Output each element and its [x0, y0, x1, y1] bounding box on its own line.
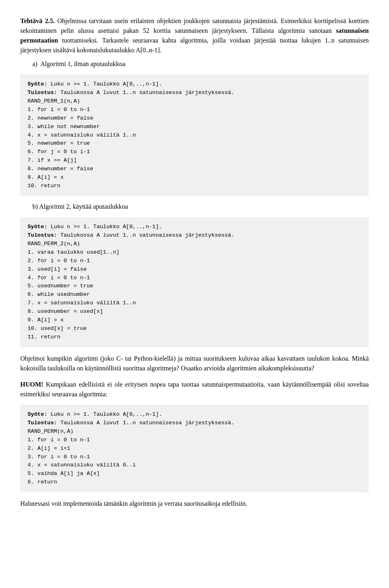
section-b-label: b) Algoritmi 2, käyttää aputaulukkoa [32, 202, 369, 212]
section-a-label: a) Algoritmi 1, ilman aputaulukkoa [32, 59, 369, 69]
code-line: 1. for i = 0 to n-1 [28, 106, 361, 114]
code-c-tulostus: Tulostus: Taulukossa A luvut 1..n satunn… [28, 419, 361, 428]
code-line: 8. newnumber = false [28, 165, 361, 173]
code-line: 3. used[i] = false [28, 265, 361, 274]
code-line: RAND_PERM_2(n,A) [28, 240, 361, 248]
code-c-syote-label: Syöte: [28, 411, 47, 417]
code-a-syote-text: Luku n >= 1. Taulukko A[0,..,n-1]. [47, 81, 162, 87]
code-line: 10. return [28, 182, 361, 190]
code-b-tulostus-label: Tulostus: [28, 232, 57, 238]
code-line: 6. for j = 0 to i-1 [28, 148, 361, 156]
huom-paragraph: HUOM! Kumpikaan edellisistä ei ole erity… [20, 380, 369, 399]
code-line: 5. newnumber = true [28, 139, 361, 148]
code-a-tulostus: Tulostus: Taulukossa A luvut 1..n satunn… [28, 89, 361, 97]
bottom-paragraph: Halutessasi voit implementoida tämänkin … [20, 499, 369, 509]
code-line: 2. for i = 0 to n-1 [28, 257, 361, 265]
code-block-c: Syöte: Luku n >= 1. Taulukko A[0,..,n-1]… [20, 405, 369, 492]
code-b-syote: Syöte: Luku n >= 1. Taulukko A[0,..,n-1]… [28, 223, 361, 231]
code-line: 1. varaa taulukko used[1..n] [28, 248, 361, 257]
code-line: 2. newnumber = false [28, 114, 361, 123]
code-b-tulostus: Tulostus: Taulukossa A luvut 1..n satunn… [28, 231, 361, 240]
code-line: RAND_PERM(n,A) [28, 428, 361, 436]
code-line: RAND_PERM_1(n,A) [28, 97, 361, 106]
code-line: 8. usednumber = used[x] [28, 308, 361, 316]
code-a-tulostus-label: Tulostus: [28, 90, 57, 96]
code-line: 4. for i = 0 to n-1 [28, 274, 361, 282]
huom-label: HUOM! [20, 381, 43, 388]
title-line1-rest: Ohjelmissa tarvitaan usein erilaisten ob… [55, 17, 278, 24]
code-line: 6. return [28, 478, 361, 487]
code-a-lines: RAND_PERM_1(n,A) 1. for i = 0 to n-1 2. … [28, 97, 361, 190]
code-b-syote-text: Luku n >= 1. Taulukko A[0,..,n-1]. [47, 224, 162, 230]
code-c-syote-text: Luku n >= 1. Taulukko A[0,..,n-1]. [47, 411, 162, 417]
code-line: 7. if x == A[j] [28, 156, 361, 165]
code-block-a: Syöte: Luku n >= 1. Taulukko A[0,..,n-1]… [20, 75, 369, 196]
code-a-syote: Syöte: Luku n >= 1. Taulukko A[0,..,n-1]… [28, 80, 361, 89]
code-b-syote-label: Syöte: [28, 224, 47, 230]
code-line: 9. A[i] = x [28, 173, 361, 182]
code-line: 4. x = satunnaisluku väliltä 1..n [28, 131, 361, 140]
code-line: 5. usednumber = true [28, 282, 361, 291]
code-line: 3. while not newnumber [28, 123, 361, 131]
code-line: 10. used[x] = true [28, 325, 361, 333]
code-line: 9. A[i] = x [28, 316, 361, 325]
code-line: 11. return [28, 333, 361, 342]
intro-paragraph: Tehtävä 2.5. Ohjelmissa tarvitaan usein … [20, 16, 369, 55]
task-title: Tehtävä 2.5. [20, 17, 55, 24]
code-b-tulostus-text: Taulukossa A luvut 1..n satunnaisessa jä… [57, 232, 234, 238]
code-a-tulostus-text: Taulukossa A luvut 1..n satunnaisessa jä… [57, 90, 234, 96]
huom-rest: Kumpikaan edellisistä ei ole erityisen n… [20, 381, 369, 398]
code-c-lines: RAND_PERM(n,A) 1. for i = 0 to n-1 2. A[… [28, 428, 361, 487]
code-block-b: Syöte: Luku n >= 1. Taulukko A[0,..,n-1]… [20, 217, 369, 347]
code-line: 1. for i = 0 to n-1 [28, 436, 361, 445]
code-c-syote: Syöte: Luku n >= 1. Taulukko A[0,..,n-1]… [28, 411, 361, 419]
code-line: 7. x = satunnaisluku väliltä 1..n [28, 299, 361, 308]
code-line: 3. for i = 0 to n-1 [28, 453, 361, 462]
code-a-syote-label: Syöte: [28, 81, 47, 87]
middle-paragraph: Ohjelmoi kumpikin algoritmi (joko C- tai… [20, 354, 369, 373]
code-line: 2. A[i] = i+1 [28, 445, 361, 453]
code-line: 4. x = satunnaisluku väliltä 0..i [28, 461, 361, 470]
code-c-tulostus-text: Taulukossa A luvut 1..n satunnaisessa jä… [57, 420, 234, 426]
code-line: 6. while usednumber [28, 291, 361, 299]
code-line: 5. vaihda A[i] ja A[x] [28, 470, 361, 478]
code-b-lines: RAND_PERM_2(n,A) 1. varaa taulukko used[… [28, 240, 361, 342]
code-c-tulostus-label: Tulostus: [28, 420, 57, 426]
